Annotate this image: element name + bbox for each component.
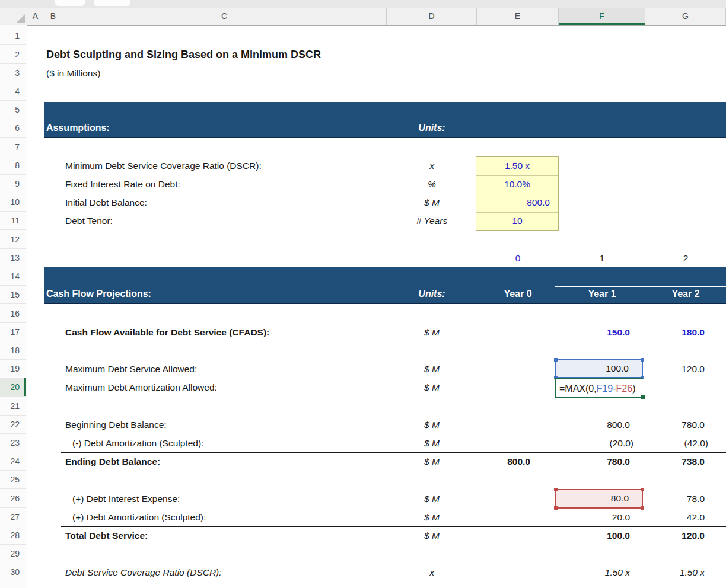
row-header-13[interactable]: 13 bbox=[0, 249, 26, 267]
selection-handle[interactable] bbox=[554, 488, 558, 491]
label-begin-balance[interactable]: Beginning Debt Balance: bbox=[65, 416, 386, 434]
row-header-10[interactable]: 10 bbox=[0, 193, 26, 212]
row-header-22[interactable]: 22 bbox=[0, 416, 26, 434]
input-initial-debt[interactable]: 800.0 bbox=[476, 194, 558, 212]
column-header-f-selected[interactable]: F bbox=[559, 8, 645, 25]
column-header-g[interactable]: G bbox=[645, 8, 726, 25]
col-header-year0[interactable]: Year 0 bbox=[477, 287, 559, 301]
row-header-9[interactable]: 9 bbox=[0, 175, 26, 193]
unit-amort-sculpted[interactable]: $ M bbox=[387, 434, 477, 452]
row-header-25[interactable]: 25 bbox=[0, 471, 26, 489]
year-index-0[interactable]: 0 bbox=[477, 249, 559, 267]
assumptions-units-header[interactable]: Units: bbox=[387, 122, 477, 135]
end-balance-year2[interactable]: 738.0 bbox=[645, 452, 726, 471]
col-header-year1[interactable]: Year 1 bbox=[559, 287, 645, 301]
amort-sculpted-year2[interactable]: (42.0) bbox=[645, 434, 726, 452]
input-debt-tenor[interactable]: 10 bbox=[476, 212, 558, 231]
label-end-balance[interactable]: Ending Debt Balance: bbox=[65, 452, 386, 471]
end-balance-year0[interactable]: 800.0 bbox=[477, 452, 559, 471]
row-header-31[interactable]: 31 bbox=[0, 582, 26, 588]
interest-expense-year2[interactable]: 78.0 bbox=[645, 490, 726, 508]
row-header-19[interactable]: 19 bbox=[0, 360, 26, 378]
row-header-26[interactable]: 26 bbox=[0, 490, 26, 508]
column-header-e[interactable]: E bbox=[477, 8, 559, 25]
row-header-5[interactable]: 5 bbox=[0, 101, 26, 119]
cfads-year1[interactable]: 150.0 bbox=[559, 323, 645, 341]
amort-plus-year1[interactable]: 20.0 bbox=[559, 508, 645, 526]
max-debt-service-year1[interactable]: 100.0 bbox=[556, 360, 642, 377]
unit-interest-rate[interactable]: % bbox=[387, 175, 477, 193]
fill-handle[interactable] bbox=[641, 395, 645, 399]
cfads-year2[interactable]: 180.0 bbox=[645, 323, 726, 341]
total-debt-service-year2[interactable]: 120.0 bbox=[645, 526, 726, 545]
row-header-30[interactable]: 30 bbox=[0, 563, 26, 581]
dscr-year2[interactable]: 1.50 x bbox=[645, 563, 726, 581]
projections-units-header[interactable]: Units: bbox=[387, 287, 477, 301]
label-min-dscr[interactable]: Minimum Debt Service Coverage Ratio (DSC… bbox=[65, 156, 386, 175]
projections-header[interactable]: Cash Flow Projections: bbox=[46, 287, 151, 301]
row-header-21[interactable]: 21 bbox=[0, 397, 26, 416]
label-interest-expense[interactable]: (+) Debt Interest Expense: bbox=[72, 490, 386, 508]
label-amort-sculpted[interactable]: (-) Debt Amortization (Sculpted): bbox=[72, 434, 386, 452]
unit-initial-debt[interactable]: $ M bbox=[387, 193, 477, 212]
unit-max-debt-amort[interactable]: $ M bbox=[387, 378, 477, 397]
column-header-b[interactable]: B bbox=[44, 8, 62, 25]
row-header-18[interactable]: 18 bbox=[0, 341, 26, 360]
unit-amort-plus[interactable]: $ M bbox=[387, 508, 477, 526]
selection-handle[interactable] bbox=[554, 506, 558, 510]
row-header-2[interactable]: 2 bbox=[0, 46, 26, 64]
unit-min-dscr[interactable]: x bbox=[387, 156, 477, 175]
row-header-16[interactable]: 16 bbox=[0, 305, 26, 323]
amort-plus-year2[interactable]: 42.0 bbox=[645, 508, 726, 526]
input-interest-rate[interactable]: 10.0% bbox=[476, 175, 558, 194]
formula-text[interactable]: =MAX(0,F19-F26) bbox=[558, 381, 638, 397]
unit-interest-expense[interactable]: $ M bbox=[387, 490, 477, 508]
cell-f20-active-edit[interactable]: =MAX(0,F19-F26) bbox=[555, 378, 643, 398]
row-header-20-selected[interactable]: 20 bbox=[0, 378, 26, 397]
label-max-debt-amort[interactable]: Maximum Debt Amortization Allowed: bbox=[65, 378, 386, 397]
row-header-8[interactable]: 8 bbox=[0, 156, 26, 175]
unit-cfads[interactable]: $ M bbox=[387, 323, 477, 341]
row-header-23[interactable]: 23 bbox=[0, 434, 26, 452]
row-header-24[interactable]: 24 bbox=[0, 452, 26, 471]
unit-end-balance[interactable]: $ M bbox=[387, 452, 477, 471]
row-header-3[interactable]: 3 bbox=[0, 64, 26, 82]
unit-max-debt-service[interactable]: $ M bbox=[387, 360, 477, 378]
column-header-a[interactable]: A bbox=[27, 8, 44, 25]
cell-f19-reference-highlight[interactable]: 100.0 bbox=[555, 359, 643, 378]
row-header-1[interactable]: 1 bbox=[0, 27, 26, 45]
row-header-17[interactable]: 17 bbox=[0, 323, 26, 341]
row-header-29[interactable]: 29 bbox=[0, 545, 26, 563]
row-header-4[interactable]: 4 bbox=[0, 82, 26, 101]
label-max-debt-service[interactable]: Maximum Debt Service Allowed: bbox=[65, 360, 386, 378]
label-dscr[interactable]: Debt Service Coverage Ratio (DSCR): bbox=[65, 563, 386, 581]
selection-handle[interactable] bbox=[641, 358, 644, 362]
label-debt-tenor[interactable]: Debt Tenor: bbox=[65, 212, 386, 230]
year-index-1[interactable]: 1 bbox=[559, 249, 645, 267]
sheet-title[interactable]: Debt Sculpting and Sizing Based on a Min… bbox=[46, 46, 580, 64]
label-interest-rate[interactable]: Fixed Interest Rate on Debt: bbox=[65, 175, 386, 193]
assumptions-header[interactable]: Assumptions: bbox=[46, 122, 110, 135]
column-header-c[interactable]: C bbox=[62, 8, 387, 25]
row-header-28[interactable]: 28 bbox=[0, 526, 26, 545]
row-header-7[interactable]: 7 bbox=[0, 138, 26, 156]
begin-balance-year1[interactable]: 800.0 bbox=[559, 416, 645, 434]
label-total-debt-service[interactable]: Total Debt Service: bbox=[65, 526, 386, 545]
row-header-11[interactable]: 11 bbox=[0, 212, 26, 230]
max-debt-service-year2[interactable]: 120.0 bbox=[645, 360, 726, 378]
cell-f26-reference-highlight[interactable]: 80.0 bbox=[555, 489, 643, 509]
begin-balance-year2[interactable]: 780.0 bbox=[645, 416, 726, 434]
row-header-12[interactable]: 12 bbox=[0, 231, 26, 249]
label-amort-plus[interactable]: (+) Debt Amortization (Sculpted): bbox=[72, 508, 386, 526]
year-index-2[interactable]: 2 bbox=[645, 249, 726, 267]
selection-handle[interactable] bbox=[641, 488, 644, 491]
sheet-subtitle[interactable]: ($ in Millions) bbox=[46, 64, 284, 82]
dscr-year1[interactable]: 1.50 x bbox=[559, 563, 645, 581]
row-header-15[interactable]: 15 bbox=[0, 286, 26, 304]
select-all-corner[interactable] bbox=[0, 8, 27, 25]
row-header-6[interactable]: 6 bbox=[0, 119, 26, 138]
col-header-year2[interactable]: Year 2 bbox=[645, 287, 726, 301]
label-cfads[interactable]: Cash Flow Available for Debt Service (CF… bbox=[65, 323, 386, 341]
amort-sculpted-year1[interactable]: (20.0) bbox=[559, 434, 645, 452]
selection-handle[interactable] bbox=[554, 358, 558, 362]
